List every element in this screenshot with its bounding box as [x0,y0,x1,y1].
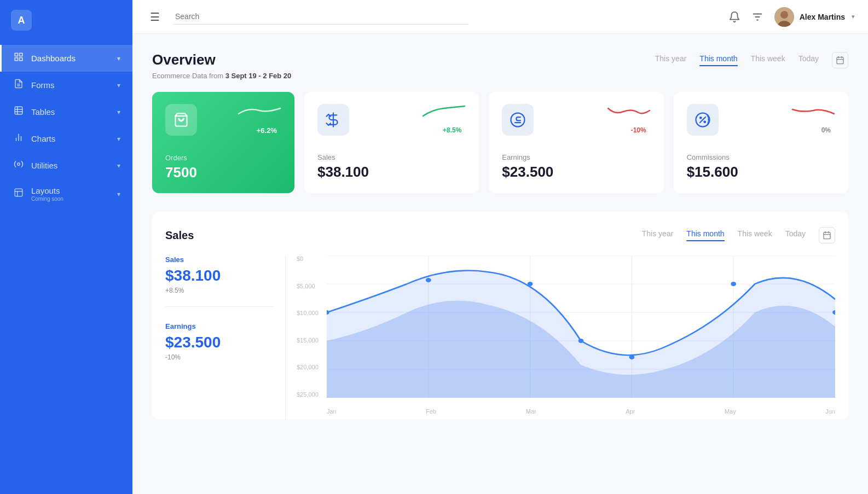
layouts-icon [14,188,24,200]
sales-tab-this-week[interactable]: This week [738,229,772,241]
header-right: Alex Martins ▾ [728,7,855,27]
user-profile[interactable]: Alex Martins ▾ [774,7,855,27]
tables-icon [14,106,24,118]
chart-x-labels: Jan Feb Mar Apr May Jun [327,403,835,420]
calendar-button[interactable] [832,52,848,68]
commissions-value: $15.600 [687,164,835,181]
sales-title: Sales [165,229,194,242]
svg-rect-33 [824,233,830,239]
orders-badge: +6.2% [252,125,281,136]
header: ☰ [132,0,868,34]
sales-metric-sales-label: Sales [165,255,274,264]
x-label-may: May [725,408,736,415]
sales-tab-this-month[interactable]: This month [686,229,724,241]
tab-today[interactable]: Today [798,54,819,66]
x-label-jan: Jan [327,408,337,415]
sales-content: Sales $38.100 +8.5% Earnings $23.500 -10… [165,255,835,420]
orders-value: 7500 [165,164,281,181]
svg-rect-23 [837,57,843,63]
overview-title: Overview [152,51,216,68]
sales-tab-today[interactable]: Today [785,229,806,241]
svg-point-50 [578,339,584,343]
sidebar-item-tables-label: Tables [31,107,117,117]
stat-card-earnings: -10% Earnings $23.500 [489,92,663,193]
stats-row: +6.2% Orders 7500 [152,92,848,193]
sidebar-item-dashboards-label: Dashboards [31,54,117,63]
x-label-feb: Feb [426,408,436,415]
sidebar-item-layouts[interactable]: Layouts Coming soon ▾ [0,179,132,209]
sales-section-header: Sales This year This month This week Tod… [165,227,835,243]
sales-chart: $25,000 $20,000 $15,000 $10,000 $5,000 $… [297,255,835,420]
orders-label: Orders [165,154,281,162]
sales-badge: +8.5% [438,125,466,136]
sales-metric-sales: Sales $38.100 +8.5% [165,255,274,307]
sidebar-item-charts[interactable]: Charts ▾ [0,125,132,152]
overview-tabs: This year This month This week Today [655,52,848,68]
svg-rect-2 [20,58,22,61]
sidebar-item-dashboards[interactable]: Dashboards ▾ [0,45,132,72]
tab-this-month[interactable]: This month [699,54,737,66]
earnings-badge: -10% [627,125,651,136]
chevron-down-icon-2: ▾ [117,82,120,89]
overview-subtitle: Ecommerce Data from 3 Sept 19 - 2 Feb 20 [152,72,848,80]
sidebar-item-forms[interactable]: Forms ▾ [0,72,132,98]
sales-metric-earnings: Earnings $23.500 -10% [165,322,274,373]
sidebar-item-charts-label: Charts [31,134,117,143]
chart-y-labels: $25,000 $20,000 $15,000 $10,000 $5,000 $… [297,255,327,398]
earnings-value: $23.500 [502,164,650,181]
y-label-5k: $5,000 [297,283,327,289]
y-label-0: $0 [297,255,327,262]
chart-svg-area [327,255,835,398]
sidebar: A Dashboards ▾ F [0,0,132,494]
commissions-icon-box [687,104,719,136]
chevron-down-icon: ▾ [117,55,120,62]
y-label-15k: $15,000 [297,337,327,344]
sales-metric-earnings-value: $23.500 [165,334,274,351]
commissions-badge: 0% [817,125,835,136]
dashboards-icon [14,52,24,65]
notification-button[interactable] [728,11,740,23]
earnings-label: Earnings [502,153,650,161]
svg-rect-6 [15,107,22,114]
utilities-icon [14,159,24,172]
sales-chart-area: $25,000 $20,000 $15,000 $10,000 $5,000 $… [286,255,835,420]
avatar [774,7,794,27]
svg-point-29 [511,113,525,127]
sidebar-item-utilities[interactable]: Utilities ▾ [0,152,132,179]
menu-button[interactable]: ☰ [146,8,164,26]
sales-label: Sales [317,153,466,161]
svg-point-52 [731,282,736,286]
sales-metric-earnings-change: -10% [165,353,274,361]
commissions-label: Commissions [687,153,835,161]
search-input[interactable] [173,9,468,25]
sidebar-nav: Dashboards ▾ Forms ▾ [0,45,132,494]
overview-header: Overview This year This month This week … [152,51,848,68]
sidebar-item-tables[interactable]: Tables ▾ [0,98,132,125]
y-label-10k: $10,000 [297,310,327,316]
sales-tab-this-year[interactable]: This year [642,229,674,241]
tab-this-week[interactable]: This week [751,54,785,66]
y-label-20k: $20,000 [297,364,327,370]
earnings-icon-box [502,104,534,136]
svg-point-49 [528,282,533,286]
x-label-jun: Jun [825,408,835,415]
tab-this-year[interactable]: This year [655,54,687,66]
sidebar-item-forms-label: Forms [31,80,117,90]
svg-point-13 [18,163,20,166]
x-label-apr: Apr [626,408,635,415]
stat-card-commissions: 0% Commissions $15.600 [674,92,848,193]
chevron-down-icon-5: ▾ [117,162,120,170]
search-container [173,9,468,25]
overview-section: Overview This year This month This week … [152,51,848,193]
stat-card-sales: +8.5% Sales $38.100 [304,92,479,193]
settings-filter-button[interactable] [751,11,763,23]
sales-metric-sales-value: $38.100 [165,267,274,284]
coming-soon-badge: Coming soon [31,196,117,202]
sales-value: $38.100 [317,164,466,181]
chevron-down-icon-3: ▾ [117,108,120,116]
x-label-mar: Mar [526,408,536,415]
forms-icon [14,79,24,91]
svg-point-21 [780,11,788,19]
sales-calendar-button[interactable] [819,227,835,243]
sidebar-logo: A [0,0,132,40]
